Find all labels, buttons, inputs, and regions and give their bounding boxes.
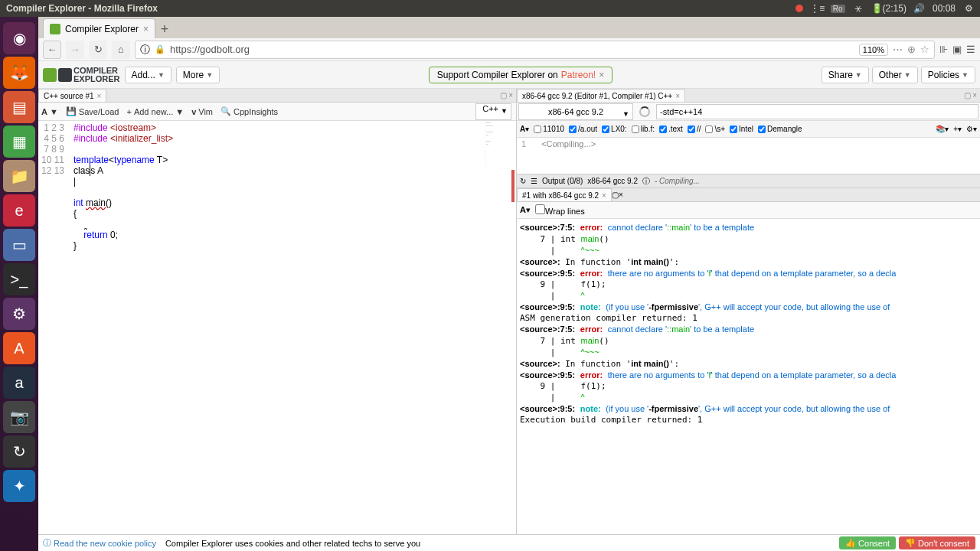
library-icon[interactable]: ⊪ — [939, 44, 948, 55]
language-select[interactable]: C++▼ — [475, 103, 511, 120]
opt-11010[interactable]: 11010 — [534, 125, 564, 133]
compiler-select[interactable]: x86-64 gcc 9.2▼ — [518, 103, 633, 120]
close-icon[interactable]: × — [675, 92, 680, 100]
gear-icon[interactable]: ⚙ — [3, 298, 35, 330]
clock[interactable]: 00:08 — [933, 3, 956, 14]
update-icon[interactable]: ↻ — [3, 435, 35, 468]
close-icon[interactable]: × — [97, 92, 102, 100]
info-icon[interactable]: ⓘ — [140, 43, 150, 57]
settings-button[interactable]: ⚙▾ — [966, 125, 977, 133]
diagnostics-output[interactable]: <source>:7:5: error: cannot declare '::m… — [517, 219, 980, 548]
firefox-icon[interactable]: 🦊 — [3, 57, 35, 89]
save-icon[interactable]: ⊕ — [907, 44, 916, 55]
line-gutter: 1 2 3 4 5 6 7 8 9 10 11 12 13 — [38, 121, 70, 551]
opt-libf[interactable]: lib.f: — [632, 125, 655, 133]
consent-button[interactable]: 👍 Consent — [839, 536, 896, 549]
wrap-lines-checkbox[interactable]: Wrap lines — [535, 204, 585, 216]
close-tab-icon[interactable]: × — [143, 24, 149, 34]
editor-pane: C++ source #1× ▢× A▼ 💾Save/Load +Add new… — [38, 89, 517, 551]
menu-icon[interactable]: ☰ — [966, 44, 975, 55]
files-icon[interactable]: 📁 — [3, 160, 35, 192]
policies-button[interactable]: Policies▼ — [921, 67, 975, 83]
no-consent-button[interactable]: 👎 Don't consent — [899, 536, 975, 549]
back-button[interactable]: ← — [43, 41, 61, 59]
minimap[interactable]: ▬▬▬▬▬▬▬▬▬▬▬▬ — [485, 121, 516, 167]
share-button[interactable]: Share▼ — [822, 67, 869, 83]
terminal-icon[interactable]: >_ — [3, 263, 35, 295]
app-icon[interactable]: ✦ — [3, 470, 35, 502]
maximize-icon[interactable]: ▢ — [500, 91, 507, 99]
compiler-options-input[interactable]: -std=c++14 — [656, 104, 978, 119]
diag-tab[interactable]: #1 with x86-64 gcc 9.2× — [517, 188, 612, 201]
calc-icon[interactable]: ▦ — [3, 126, 35, 158]
opt-text[interactable]: .text — [659, 125, 683, 133]
page-actions-icon[interactable]: ⋯ — [893, 44, 903, 55]
bookmark-icon[interactable]: ☆ — [920, 44, 929, 55]
close-pane-icon[interactable]: × — [619, 191, 623, 199]
vim-button[interactable]: vVim — [191, 107, 213, 116]
font-button[interactable]: A▾ — [520, 205, 531, 215]
reload-button[interactable]: ↻ — [89, 41, 107, 59]
opt-comments[interactable]: // — [688, 125, 701, 133]
settings-icon[interactable]: ⚙ — [963, 3, 974, 14]
software-icon[interactable]: A — [3, 332, 35, 364]
list-icon[interactable]: ☰ — [531, 177, 537, 185]
opt-intel[interactable]: Intel — [730, 125, 753, 133]
bluetooth-icon[interactable]: ⚹ — [853, 3, 864, 14]
tab-title: Compiler Explorer — [65, 24, 139, 34]
compiler-tab-bar: x86-64 gcc 9.2 (Editor #1, Compiler #1) … — [517, 89, 980, 103]
more-button[interactable]: More▼ — [176, 67, 220, 83]
screenshot-icon[interactable]: 📷 — [3, 401, 35, 433]
other-button[interactable]: Other▼ — [872, 67, 918, 83]
opt-lx0[interactable]: LX0: — [602, 125, 627, 133]
close-icon[interactable]: × — [602, 191, 606, 200]
ce-logo[interactable]: COMPILEREXPLORER — [43, 67, 120, 83]
asm-output[interactable]: 1<Compiling...> — [517, 138, 980, 150]
amazon-icon[interactable]: a — [3, 367, 35, 399]
battery-indicator[interactable]: 🔋(2:15) — [871, 3, 906, 14]
browser-tab[interactable]: Compiler Explorer × — [43, 18, 155, 38]
opt-aout[interactable]: /a.out — [569, 125, 597, 133]
cookie-policy-link[interactable]: ⓘ Read the new cookie policy — [43, 537, 156, 549]
addnew-button[interactable]: +Add new...▼ — [126, 107, 184, 116]
editor-tab[interactable]: C++ source #1× — [38, 89, 106, 102]
patreon-link[interactable]: Patreon! — [561, 70, 596, 80]
cppinsights-button[interactable]: 🔍CppInsights — [220, 106, 278, 116]
libs-button[interactable]: 📚▾ — [936, 125, 949, 133]
reload-icon[interactable]: ↻ — [520, 177, 526, 185]
wifi-icon[interactable]: ⋮≡ — [812, 3, 823, 14]
maximize-icon[interactable]: ▢ — [612, 191, 619, 199]
close-banner-icon[interactable]: × — [599, 70, 604, 80]
compiler-tab[interactable]: x86-64 gcc 9.2 (Editor #1, Compiler #1) … — [517, 89, 685, 102]
info-icon[interactable]: ⓘ — [642, 176, 650, 187]
opt-demangle[interactable]: Demangle — [758, 125, 802, 133]
font-button[interactable]: A▾ — [520, 125, 529, 133]
maximize-icon[interactable]: ▢ — [964, 91, 971, 99]
compiler-pane: x86-64 gcc 9.2 (Editor #1, Compiler #1) … — [517, 89, 980, 551]
editor-icon[interactable]: ▭ — [3, 229, 35, 261]
add-button[interactable]: Add...▼ — [125, 67, 172, 83]
dash-icon[interactable]: ◉ — [3, 22, 35, 54]
sidebar-icon[interactable]: ▣ — [952, 44, 962, 55]
browser-window: Compiler Explorer × + ← → ↻ ⌂ ⓘ 🔒 https:… — [38, 17, 980, 551]
font-button[interactable]: A▼ — [41, 107, 58, 116]
new-tab-button[interactable]: + — [155, 20, 174, 38]
url-text: https://godbolt.org — [170, 44, 250, 55]
output-label[interactable]: Output (0/8) — [542, 177, 583, 185]
record-icon[interactable] — [794, 3, 805, 14]
zoom-level[interactable]: 110% — [859, 44, 888, 56]
compile-status: - Compiling... — [655, 177, 700, 185]
code-editor[interactable]: 1 2 3 4 5 6 7 8 9 10 11 12 13 #include <… — [38, 121, 516, 551]
keyboard-layout[interactable]: Ro — [831, 5, 845, 13]
add-button[interactable]: +▾ — [953, 125, 962, 133]
address-bar[interactable]: ⓘ 🔒 https://godbolt.org 110% ⋯ ⊕ ☆ — [135, 41, 935, 59]
impress-icon[interactable]: ▤ — [3, 91, 35, 123]
saveload-button[interactable]: 💾Save/Load — [66, 106, 119, 116]
volume-icon[interactable]: 🔊 — [914, 3, 925, 14]
home-button[interactable]: ⌂ — [112, 41, 130, 59]
code-content[interactable]: #include <iostream> #include <initialize… — [70, 121, 516, 551]
close-pane-icon[interactable]: × — [972, 91, 977, 99]
opt-slash[interactable]: \s+ — [705, 125, 725, 133]
pdf-icon[interactable]: e — [3, 194, 35, 227]
close-pane-icon[interactable]: × — [508, 91, 513, 99]
